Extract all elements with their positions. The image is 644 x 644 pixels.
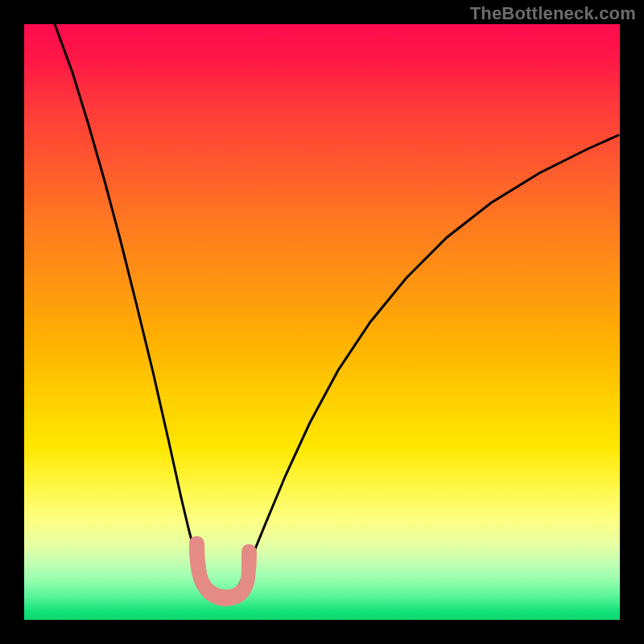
plot-area (24, 24, 620, 620)
chart-frame: TheBottleneck.com (0, 0, 644, 644)
bottleneck-curve (55, 24, 618, 604)
salmon-marker (189, 536, 257, 606)
curve-layer (24, 24, 620, 620)
watermark-text: TheBottleneck.com (470, 3, 636, 24)
